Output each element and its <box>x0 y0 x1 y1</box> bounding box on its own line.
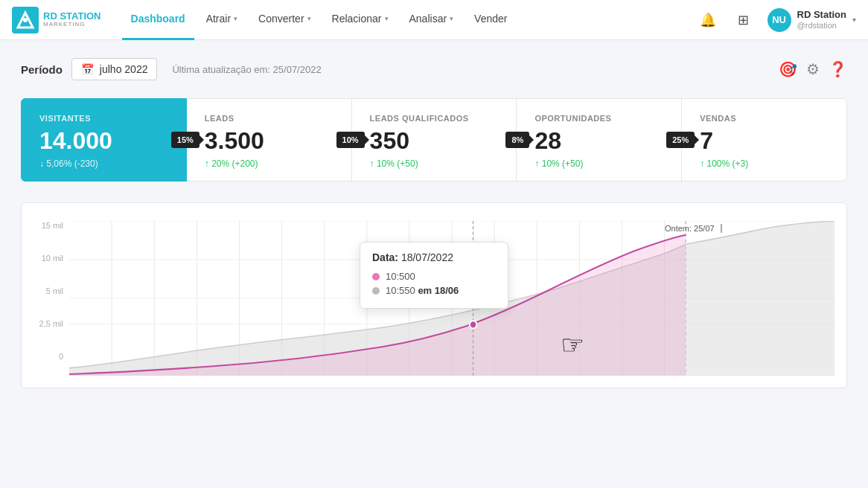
chevron-down-icon: ▾ <box>307 15 311 22</box>
kpi-op-change: ↑ 10% (+50) <box>534 158 663 169</box>
y-label-15mil: 15 mil <box>33 221 63 230</box>
nav-relacionar[interactable]: Relacionar ▾ <box>323 0 398 40</box>
help-icon[interactable]: ❓ <box>829 60 847 78</box>
notifications-icon[interactable]: 🔔 <box>696 8 720 32</box>
kpi-visitantes: VISITANTES 14.000 ↓ 5,06% (-230) 15% <box>21 98 187 182</box>
svg-point-1 <box>23 18 28 22</box>
yesterday-label: Ontem: 25/07 <box>665 224 722 233</box>
settings-icon[interactable]: ⚙ <box>806 60 820 78</box>
nav-vender[interactable]: Vender <box>465 0 516 40</box>
apps-grid-icon[interactable]: ⊞ <box>732 8 756 32</box>
svg-point-23 <box>470 321 477 328</box>
y-label-0: 0 <box>33 352 63 361</box>
y-label-5mil: 5 mil <box>33 286 63 295</box>
last-update-text: Última atualização em: 25/07/2022 <box>172 64 321 75</box>
user-handle: @rdstation <box>797 21 846 30</box>
kpi-op-title: OPORTUNIDADES <box>534 114 663 123</box>
chevron-down-icon: ▾ <box>234 15 237 22</box>
y-label-10mil: 10 mil <box>33 254 63 263</box>
nav-atrair[interactable]: Atrair ▾ <box>197 0 246 40</box>
nav-analisar[interactable]: Analisar ▾ <box>401 0 463 40</box>
kpi-leads-badge: 10% <box>336 132 365 148</box>
kpi-lq-value: 350 <box>370 129 499 152</box>
logo-brand: RD STATION <box>43 11 101 22</box>
kpi-leads-value: 3.500 <box>205 129 334 152</box>
kpi-lq-change: ↑ 10% (+50) <box>370 158 499 169</box>
nav-items: Dashboard Atrair ▾ Converter ▾ Relaciona… <box>122 0 696 40</box>
logo-text: RD STATION MARKETING <box>43 11 101 28</box>
kpi-op-badge: 25% <box>666 132 695 148</box>
kpi-vendas-change: ↑ 100% (+3) <box>700 158 829 169</box>
date-picker[interactable]: 📅 julho 2022 <box>71 58 158 80</box>
navbar: RD STATION MARKETING Dashboard Atrair ▾ … <box>0 0 868 40</box>
nav-converter[interactable]: Converter ▾ <box>249 0 319 40</box>
kpi-row: VISITANTES 14.000 ↓ 5,06% (-230) 15% LEA… <box>21 98 847 182</box>
kpi-op-value: 28 <box>534 129 663 152</box>
chart-container: 15 mil 10 mil 5 mil 2,5 mil 0 <box>21 202 847 388</box>
chevron-down-icon: ▾ <box>385 15 389 22</box>
logo: RD STATION MARKETING <box>12 7 101 33</box>
logo-sub: MARKETING <box>43 22 101 28</box>
y-label-25mil: 2,5 mil <box>33 319 63 328</box>
chevron-down-icon: ▾ <box>450 15 453 22</box>
kpi-leads: LEADS 3.500 ↑ 20% (+200) 10% <box>187 98 352 182</box>
nav-right: 🔔 ⊞ NU RD Station @rdstation ▾ <box>696 8 856 32</box>
kpi-vendas: VENDAS 7 ↑ 100% (+3) <box>682 98 847 182</box>
kpi-visitantes-title: VISITANTES <box>39 114 168 123</box>
nav-dashboard[interactable]: Dashboard <box>122 0 194 40</box>
logo-icon <box>12 7 39 33</box>
period-actions: 🎯 ⚙ ❓ <box>779 60 847 78</box>
user-area[interactable]: NU RD Station @rdstation ▾ <box>768 8 856 32</box>
avatar: NU <box>768 8 791 32</box>
kpi-leads-change: ↑ 20% (+200) <box>205 158 334 169</box>
kpi-visitantes-badge: 15% <box>171 132 200 148</box>
target-icon[interactable]: 🎯 <box>779 60 797 78</box>
kpi-lq-badge: 8% <box>505 132 529 148</box>
chart-svg <box>69 221 835 376</box>
kpi-oportunidades: OPORTUNIDADES 28 ↑ 10% (+50) 25% <box>517 98 682 182</box>
user-info: RD Station @rdstation <box>797 9 846 30</box>
period-bar: Período 📅 julho 2022 Última atualização … <box>21 58 847 80</box>
kpi-visitantes-change: ↓ 5,06% (-230) <box>39 158 168 169</box>
kpi-vendas-value: 7 <box>700 129 829 152</box>
kpi-vendas-title: VENDAS <box>700 114 829 123</box>
kpi-leads-qualificados: LEADS QUALIFICADOS 350 ↑ 10% (+50) 8% <box>352 98 517 182</box>
date-value: julho 2022 <box>100 63 148 75</box>
main-content: Período 📅 julho 2022 Última atualização … <box>0 40 868 406</box>
user-name: RD Station <box>797 9 846 21</box>
kpi-visitantes-value: 14.000 <box>39 129 168 152</box>
kpi-lq-title: LEADS QUALIFICADOS <box>370 114 499 123</box>
period-label: Período <box>21 63 63 76</box>
calendar-icon: 📅 <box>81 63 94 75</box>
kpi-leads-title: LEADS <box>205 114 334 123</box>
chevron-down-icon: ▾ <box>852 16 856 24</box>
